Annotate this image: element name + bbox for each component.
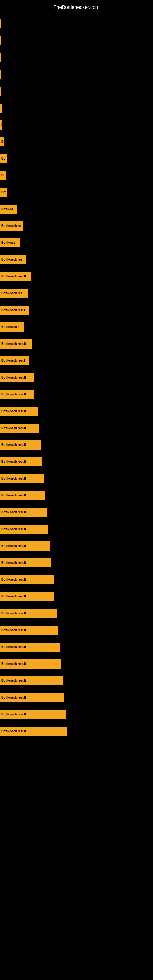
bar-text: Bottleneck result xyxy=(1,376,26,379)
bar-text: Bottleneck result xyxy=(1,275,26,278)
bar-fill: Bot xyxy=(0,154,7,163)
bar-row: Bottleneck result xyxy=(0,403,153,420)
bar-row: B xyxy=(0,116,153,133)
bar-row: Bottleneck result xyxy=(0,672,153,689)
bar-text: Bottleneck result xyxy=(1,477,26,480)
bar-text: Bottleneck resul xyxy=(1,309,25,312)
bar-fill: Bottlenec xyxy=(0,238,20,247)
bar-text: Bot xyxy=(1,191,6,194)
bar-row: Bot xyxy=(0,150,153,167)
bar-text: B xyxy=(1,123,2,126)
bar-fill: Bottleneck result xyxy=(0,423,39,433)
bar-row: Bottleneck result xyxy=(0,638,153,655)
bar-fill: Bottleneck result xyxy=(0,339,32,348)
bar-row xyxy=(0,100,153,116)
bar-row: Bottleneck result xyxy=(0,470,153,487)
bar-fill: Bottleneck result xyxy=(0,441,41,450)
bar-text: Bottleneck result xyxy=(1,595,26,598)
bar-row: Bottleneck result xyxy=(0,571,153,588)
bar-text: Bottleneck re xyxy=(1,224,21,228)
bar-fill: Bottleneck result xyxy=(0,710,66,719)
bar-fill xyxy=(0,87,1,96)
bar-fill xyxy=(0,36,1,45)
bar-fill: Bottleneck re xyxy=(0,221,23,231)
bar-row xyxy=(0,66,153,83)
bar-text: Bottleneck result xyxy=(1,628,26,632)
bar-row: Bottleneck result xyxy=(0,520,153,538)
bar-fill: Bottleneck result xyxy=(0,575,54,584)
bar-text: Bottleneck result xyxy=(1,443,26,447)
bar-fill: B xyxy=(0,120,2,130)
bar-fill: Bottleneck result xyxy=(0,373,33,382)
bar-row xyxy=(0,15,153,32)
bar-row: Bottleneck result xyxy=(0,655,153,672)
bar-row: Bottleneck result xyxy=(0,622,153,638)
bar-text: Bottleneck result xyxy=(1,393,26,396)
bar-fill: Bottleneck res xyxy=(0,289,27,298)
bar-text: Bottleneck result xyxy=(1,527,26,531)
bar-text: Bottleneck resul xyxy=(1,359,25,362)
bar-row: Bottleneck result xyxy=(0,268,153,285)
bar-fill: Bottleneck result xyxy=(0,727,67,736)
bar-row: Bottleneck result xyxy=(0,487,153,504)
bar-text: Bottleneck res xyxy=(1,258,22,261)
bar-fill: Bottleneck result xyxy=(0,474,45,483)
bar-text: Bot xyxy=(1,157,6,160)
bar-text: Bo xyxy=(1,140,4,143)
bar-text: Bo xyxy=(1,173,5,177)
bar-fill: Bottleneck result xyxy=(0,390,34,399)
bar-fill xyxy=(0,70,1,79)
bar-fill: Bottleneck r xyxy=(0,323,24,332)
bar-fill: Bottleneck res xyxy=(0,255,26,264)
bar-fill: Bottleneck result xyxy=(0,491,45,500)
bar-text: Bottleneck r xyxy=(1,325,19,329)
bar-row: Bottleneck result xyxy=(0,588,153,605)
bar-fill: Bottleneck result xyxy=(0,407,38,416)
bar-text: Bottleneck result xyxy=(1,544,26,547)
bar-fill: Bot xyxy=(0,188,7,197)
bar-row xyxy=(0,83,153,100)
bar-row: Bottlene xyxy=(0,200,153,218)
bar-text: Bottleneck result xyxy=(1,713,26,716)
bar-text: Bottlene xyxy=(1,207,13,211)
bar-row: Bottleneck result xyxy=(0,504,153,520)
bar-fill: Bottleneck result xyxy=(0,626,57,635)
bars-container: BBoBotBoBotBottleneBottleneck reBottlene… xyxy=(0,15,153,740)
bar-fill xyxy=(0,19,1,29)
bar-fill: Bottleneck result xyxy=(0,508,48,517)
bar-row: Bottleneck result xyxy=(0,369,153,386)
bar-text: Bottleneck result xyxy=(1,460,26,463)
bar-text: Bottleneck result xyxy=(1,696,26,699)
bar-fill: Bottleneck result xyxy=(0,457,42,466)
bar-text: Bottleneck result xyxy=(1,409,26,413)
bar-row: Bottlenec xyxy=(0,234,153,251)
bar-fill: Bottleneck result xyxy=(0,659,61,668)
bar-row xyxy=(0,32,153,49)
bar-text: Bottleneck result xyxy=(1,342,26,345)
bar-text: Bottleneck result xyxy=(1,561,26,565)
bar-row: Bottleneck re xyxy=(0,218,153,234)
bar-text: Bottleneck result xyxy=(1,645,26,649)
bar-row: Bottleneck resul xyxy=(0,352,153,369)
bar-text: Bottleneck result xyxy=(1,511,26,514)
bar-row: Bottleneck resul xyxy=(0,302,153,318)
bar-text: Bottleneck result xyxy=(1,578,26,581)
bar-row: Bottleneck result xyxy=(0,538,153,554)
bar-row: Bot xyxy=(0,184,153,200)
bar-row: Bottleneck result xyxy=(0,723,153,740)
bar-text: Bottlenec xyxy=(1,241,15,244)
bar-fill: Bottleneck result xyxy=(0,541,51,550)
bar-fill xyxy=(0,103,2,113)
bar-fill xyxy=(0,53,1,62)
bar-row: Bottleneck result xyxy=(0,386,153,403)
bar-row xyxy=(0,49,153,66)
bar-row: Bottleneck result xyxy=(0,436,153,453)
bar-fill: Bottleneck result xyxy=(0,693,64,702)
bar-fill: Bottleneck result xyxy=(0,609,57,618)
bar-row: Bottleneck result xyxy=(0,605,153,622)
bar-fill: Bottleneck result xyxy=(0,592,54,601)
site-title: TheBottlenecker.com xyxy=(0,2,153,13)
bar-text: Bottleneck result xyxy=(1,494,26,497)
bar-row: Bottleneck result xyxy=(0,420,153,436)
bar-fill: Bo xyxy=(0,171,6,180)
